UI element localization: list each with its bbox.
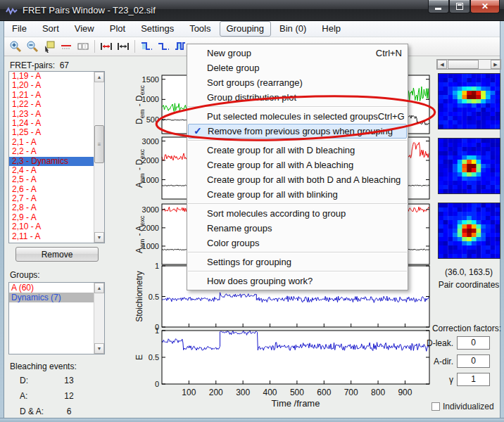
slider-left-icon[interactable]: ◀ [437, 60, 447, 69]
scroll-down-icon[interactable]: ▼ [94, 232, 104, 243]
app-waveform-icon [6, 6, 18, 15]
svg-text:3000: 3000 [142, 205, 159, 214]
pair-item[interactable]: 1,19 - A [9, 72, 104, 81]
scroll-up-icon[interactable]: ▲ [94, 283, 104, 293]
pair-item[interactable]: 2,10 - A [9, 222, 104, 231]
pair-item[interactable]: 1,21 - A [9, 91, 104, 100]
menubar-item-plot[interactable]: Plot [103, 21, 132, 37]
factor-input[interactable]: 1 [457, 373, 490, 386]
menu-bar: FileSortViewPlotSettingsToolsGroupingBin… [4, 21, 500, 37]
svg-text:500: 500 [290, 388, 304, 397]
pair-item[interactable]: 1,25 - A [9, 128, 104, 137]
menu-item-create-group-for-all-with-both-d-and-a-b[interactable]: Create group for all with both D and A b… [187, 172, 408, 187]
pair-item[interactable]: 2,9 - A [9, 213, 104, 222]
x-limits-icon[interactable] [115, 39, 132, 54]
minimize-button[interactable] [428, 0, 449, 13]
select-molecule-icon[interactable] [41, 39, 58, 54]
correction-factors-title: Correction factors: [417, 324, 501, 333]
menu-item-delete-group[interactable]: Delete group [187, 60, 408, 75]
menu-item-remove-from-previous-groups-when-groupin[interactable]: ✓Remove from previous groups when groupi… [188, 124, 407, 139]
pair-item[interactable]: 1,20 - A [9, 81, 104, 90]
menu-separator [188, 271, 407, 272]
remove-button[interactable]: Remove [15, 247, 99, 262]
slider-thumb[interactable] [448, 60, 479, 69]
menubar-item-sort[interactable]: Sort [35, 21, 66, 37]
svg-text:0.5: 0.5 [149, 293, 159, 301]
menu-item-label: Create group for all with A bleaching [207, 158, 402, 172]
close-button[interactable]: ✕ [470, 0, 500, 13]
menu-item-label: Put selected molecules in selected group… [207, 109, 378, 124]
pair-item[interactable]: 1,22 - A [9, 100, 104, 109]
menu-item-group-distribution-plot[interactable]: Group distribution plot [187, 90, 408, 105]
pair-item[interactable]: 2,4 - A [9, 166, 104, 175]
pair-item[interactable]: 2,5 - A [9, 175, 104, 184]
menu-item-put-selected-molecules-in-selected-group[interactable]: Put selected molecules in selected group… [187, 109, 408, 124]
groups-listbox[interactable]: A (60)Dynamics (7) ▲ ▼ [8, 282, 105, 354]
pairs-scrollbar[interactable]: ▲ ≡ ▼ [94, 72, 104, 243]
pair-item[interactable]: 2,2 - A [9, 147, 104, 156]
menu-item-label: Delete group [207, 60, 402, 75]
factor-label: γ [449, 375, 453, 385]
menu-item-color-groups[interactable]: Color groups [187, 236, 408, 250]
pair-item[interactable]: 2,8 - A [9, 203, 104, 212]
pair-item[interactable]: 2,1 - A [9, 138, 104, 147]
pair-slider[interactable]: ◀ ▶ [436, 59, 501, 70]
pair-item[interactable]: 2,11 - A [9, 232, 104, 241]
individualized-checkbox[interactable]: Individualized [431, 402, 494, 411]
pair-item[interactable]: 2,7 - A [9, 194, 104, 203]
zoom-in-icon[interactable] [7, 39, 24, 54]
pair-item[interactable]: 2,6 - A [9, 185, 104, 194]
menu-item-sort-molecules-according-to-group[interactable]: Sort molecules according to group [187, 206, 408, 221]
menu-item-settings-for-grouping[interactable]: Settings for grouping [187, 255, 408, 269]
window-border-left [0, 21, 4, 418]
zoom-out-icon[interactable] [24, 39, 41, 54]
checkbox-icon[interactable] [431, 402, 440, 411]
frame-columns-icon[interactable] [75, 39, 92, 54]
menubar-item-file[interactable]: File [5, 21, 34, 37]
menubar-item-help[interactable]: Help [315, 21, 348, 37]
menu-item-label: Group distribution plot [207, 90, 402, 105]
factor-input[interactable]: 0 [457, 336, 490, 350]
pair-item[interactable]: 2,3 - Dynamics [9, 157, 104, 166]
menu-item-sort-groups-rearrange-[interactable]: Sort groups (rearrange) [187, 75, 408, 90]
menubar-item-grouping[interactable]: Grouping [220, 21, 271, 37]
menu-item-rename-groups[interactable]: Rename groups [187, 221, 408, 236]
menu-item-create-group-for-all-with-d-bleaching[interactable]: Create group for all with D bleaching [187, 143, 408, 158]
svg-text:1: 1 [155, 326, 159, 335]
group-item[interactable]: Dynamics (7) [9, 293, 104, 302]
maximize-button[interactable] [449, 0, 470, 13]
scroll-up-icon[interactable]: ▲ [94, 72, 104, 82]
menubar-item-view[interactable]: View [68, 21, 101, 37]
groups-scrollbar[interactable]: ▲ ▼ [94, 283, 104, 354]
pair-coordinates-value: (36.0, 163.5) [422, 267, 504, 277]
trace-step-icon[interactable] [155, 39, 172, 54]
trace-step-fill-icon[interactable] [138, 39, 155, 54]
pair-item[interactable]: 1,24 - A [9, 119, 104, 128]
close-icon: ✕ [481, 1, 489, 11]
svg-text:600: 600 [317, 388, 331, 397]
pair-item[interactable]: 1,23 - A [9, 110, 104, 119]
line-profile-icon[interactable] [58, 39, 75, 54]
menubar-item-bin-0-[interactable]: Bin (0) [272, 21, 313, 37]
pairs-scroll-thumb[interactable]: ≡ [94, 125, 104, 163]
group-item[interactable]: A (60) [9, 283, 104, 293]
fret-pairs-listbox[interactable]: 1,19 - A1,20 - A1,21 - A1,22 - A1,23 - A… [8, 71, 105, 243]
svg-text:100: 100 [182, 388, 196, 397]
pairs-count-label: FRET-pairs: 67 [10, 60, 69, 70]
menu-item-create-group-for-all-with-a-bleaching[interactable]: Create group for all with A bleaching [187, 158, 408, 172]
fret-pairs-window: FRET Pairs Window - T23_02.sif ✕ FileSor… [0, 0, 504, 422]
x-limits-red-icon[interactable] [98, 39, 115, 54]
menubar-item-settings[interactable]: Settings [134, 21, 181, 37]
window-title: FRET Pairs Window - T23_02.sif [23, 5, 156, 15]
scroll-down-icon[interactable]: ▼ [94, 343, 104, 354]
menubar-item-tools[interactable]: Tools [182, 21, 218, 37]
menu-item-create-group-for-all-with-blinking[interactable]: Create group for all with blinking [187, 187, 408, 202]
menu-item-how-does-grouping-work-[interactable]: How does grouping work? [187, 274, 408, 288]
slider-right-icon[interactable]: ▶ [491, 60, 500, 69]
menu-item-label: New group [207, 46, 376, 60]
svg-text:200: 200 [209, 388, 223, 397]
pair-image-heatmap [438, 138, 500, 194]
toolbar-separator [134, 40, 135, 53]
menu-item-new-group[interactable]: New groupCtrl+N [187, 46, 408, 60]
factor-input[interactable]: 0 [457, 354, 490, 368]
